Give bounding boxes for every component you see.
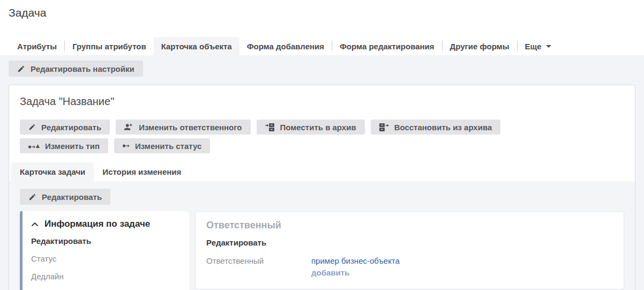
add-link[interactable]: добавить [311,268,400,277]
object-card: Задача "Название" Редактировать Изменить… [9,85,635,290]
change-type-label: Изменить тип [45,142,100,151]
edit-settings-button[interactable]: Редактировать настройки [9,61,143,77]
archive-button-label: Поместить в архив [280,123,356,132]
archive-in-icon [265,123,275,131]
object-card-header: Задача "Название" Редактировать Изменить… [9,85,635,181]
task-card-section: Редактировать Информация по задаче Редак… [9,181,635,290]
main-tab-bar: Атрибуты Группы атрибутов Карточка объек… [9,37,635,55]
card-sub-tabs: Карточка задачи История изменения [11,162,624,181]
field-status-label: Статус [31,254,181,263]
edit-button-label: Редактировать [41,123,101,132]
panels-row: Информация по задаче Редактировать Стату… [20,211,624,290]
task-info-panel: Информация по задаче Редактировать Стату… [20,211,189,290]
tab-edit-form[interactable]: Форма редактирования [332,37,442,55]
responsible-edit-link[interactable]: Редактировать [206,238,613,247]
change-status-button[interactable]: Изменить статус [114,138,210,153]
tab-more[interactable]: Еще [518,37,559,55]
page-title: Задача [9,6,635,19]
change-responsible-button[interactable]: Изменить ответственного [116,120,250,135]
pencil-icon [17,65,25,73]
responsible-panel-title: Ответственный [206,220,613,231]
person-add-icon [124,123,133,131]
task-info-panel-header[interactable]: Информация по задаче [31,219,181,229]
tab-add-form[interactable]: Форма добавления [239,37,332,55]
tab-attributes[interactable]: Атрибуты [10,37,64,55]
action-button-row: Редактировать Изменить ответственного По… [20,120,548,153]
change-type-icon [28,143,40,149]
restore-from-archive-label: Восстановить из архива [394,123,492,132]
change-status-icon [123,143,130,149]
task-info-edit-link[interactable]: Редактировать [31,236,181,246]
responsible-field-label: Ответственный [206,256,311,265]
responsible-field-value: пример бизнес-объекта добавить [311,256,400,277]
chevron-up-icon [31,222,39,227]
field-deadline-label: Дедлайн [31,272,181,281]
edit-settings-label: Редактировать настройки [31,64,134,73]
responsible-panel: Ответственный Редактировать Ответственны… [195,211,624,289]
change-type-button[interactable]: Изменить тип [20,138,108,153]
archive-button[interactable]: Поместить в архив [257,120,365,135]
archive-out-icon [379,123,389,131]
tab-attribute-groups[interactable]: Группы атрибутов [65,37,154,55]
subtab-task-card[interactable]: Карточка задачи [11,162,94,181]
pencil-icon [28,193,36,201]
edit-card-button-label: Редактировать [42,192,102,202]
edit-button[interactable]: Редактировать [20,120,110,135]
subtab-change-history[interactable]: История изменения [94,162,190,181]
edit-card-button[interactable]: Редактировать [20,189,110,205]
content-area: Редактировать настройки Задача "Название… [0,55,644,290]
responsible-field-row: Ответственный пример бизнес-объекта доба… [206,256,613,277]
change-status-label: Изменить статус [135,142,201,151]
business-object-link[interactable]: пример бизнес-объекта [311,256,400,265]
restore-from-archive-button[interactable]: Восстановить из архива [371,120,501,135]
object-card-title: Задача "Название" [20,95,624,108]
page-header: Задача Атрибуты Группы атрибутов Карточк… [0,0,644,55]
tab-other-forms[interactable]: Другие формы [443,37,517,55]
change-responsible-label: Изменить ответственного [139,123,242,132]
chevron-down-icon [546,45,551,48]
tab-object-card[interactable]: Карточка объекта [154,37,239,55]
pencil-icon [28,123,36,131]
tab-more-label: Еще [525,42,542,51]
task-info-panel-title: Информация по задаче [44,219,150,229]
